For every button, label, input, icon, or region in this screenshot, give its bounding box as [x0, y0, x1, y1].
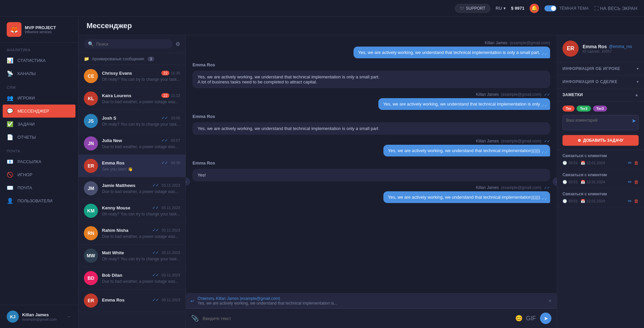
task-time: 🕐 03:51 [562, 161, 578, 165]
chat-time: 11:35 [171, 71, 180, 75]
tag-ter2[interactable]: Ter2 [577, 106, 591, 112]
message-check-icon: ✓✓ [541, 52, 547, 56]
task-edit-button[interactable]: ✏ [628, 198, 632, 204]
sidebar-item-users[interactable]: 👤 ПОЛЬЗОВАТЕЛИ [0, 194, 78, 207]
chat-preview: Due to bad weather, a power outage was..… [102, 100, 180, 104]
chat-input-area: ↩ Ответить Killan James (example@gmail.c… [186, 293, 557, 328]
task-delete-button[interactable]: 🗑 [634, 160, 639, 166]
calendar-icon: 📅 [581, 180, 585, 184]
message-group: Killan James (example@gmail.com) ✓✓ Yes,… [193, 92, 550, 110]
chat-item-emma[interactable]: ER Emma Ros ✓✓ 09:36 See you later! 👋 [78, 155, 185, 177]
user-email: example@gmail.com [22, 317, 63, 321]
sidebar-item-stats[interactable]: 📊 СТАТИСТИКА [0, 54, 78, 67]
task-delete-button[interactable]: 🗑 [634, 198, 639, 204]
logout-button[interactable]: → [66, 314, 71, 320]
task-time-value: 03:51 [569, 180, 578, 184]
task-edit-button[interactable]: ✏ [628, 160, 632, 166]
main-layout: 🦊 MVP PROJECT Influence services Аналити… [0, 17, 644, 328]
notification-button[interactable]: 🔔 [530, 4, 539, 13]
profile-id-value: 10557 [601, 49, 612, 53]
task-date: 📅 12.01.2024 [581, 199, 605, 203]
chat-item-chrissy[interactable]: CE Chrissy Evans 22 11:35 Oh realy? You … [78, 65, 185, 87]
message-check-icon: ✓✓ [541, 104, 547, 108]
chat-item-josh[interactable]: JS Josh S ✓✓ 10:00 Oh realy? You can try… [78, 110, 185, 132]
crm-section-label: CRM [0, 80, 78, 91]
message-bubble: Yes! [193, 169, 550, 181]
profile-id-label: ID сделки: [583, 49, 600, 53]
chat-name: Emma Ros [102, 298, 124, 303]
sidebar-item-reports[interactable]: 📄 ОТЧЕТЫ [0, 131, 78, 144]
chat-item-jamie[interactable]: JM Jamie Matthews ✓✓ 03.11.2023 Due to b… [78, 177, 185, 200]
tag-ter3[interactable]: Ter3 [593, 106, 607, 112]
notes-tags: Ter Ter2 Ter3 [562, 106, 639, 112]
toggle-switch[interactable] [544, 5, 556, 11]
reply-bar: ↩ Ответить Killan James (example@gmail.c… [186, 293, 557, 309]
chat-preview: Due to bad weather, a power outage was..… [102, 279, 180, 284]
msg-sender: Emma Ros [193, 114, 550, 119]
chat-name: Jamie Matthews [102, 183, 136, 188]
search-input[interactable] [96, 42, 169, 47]
sidebar-item-players[interactable]: 👥 ИГРОКИ [0, 91, 78, 105]
right-panel: ER Emma Ros @emma_ros ID сделки: 10557 [557, 35, 644, 328]
chat-badge: 22 [161, 93, 169, 98]
chat-time: 09:57 [171, 138, 180, 142]
task-time: 🕐 03:51 [562, 180, 578, 184]
chat-item-emma2[interactable]: ER Emma Ros ✓✓ 03.11.2023 [78, 289, 185, 312]
chat-avatar: JM [84, 181, 98, 195]
gif-button[interactable]: GIF [526, 315, 536, 322]
chat-item-kaira[interactable]: KL Kaira Lourens 22 11:12 Due to bad wea… [78, 87, 185, 110]
archived-bar[interactable]: 📁 Архивированые сообщения: 3 [78, 53, 185, 65]
chat-item-rahim[interactable]: RN Rahim Nisha ✓✓ 03.11.2023 Due to bad … [78, 222, 185, 245]
attach-button[interactable]: 📎 [191, 315, 199, 322]
language-selector[interactable]: RU ▾ [496, 6, 506, 11]
sidebar-item-channels[interactable]: 📡 КАНАЛЫ [0, 67, 78, 80]
sidebar-item-tasks[interactable]: ✅ ЗАДАЧИ [0, 118, 78, 131]
chat-header-right: 22 11:12 [160, 93, 180, 98]
player-info-section[interactable]: ИНФОРМАЦИЯ ОБ ИГРОКЕ ▾ [557, 62, 644, 75]
sidebar-item-label: РАССЫЛКА [17, 159, 41, 164]
filter-button[interactable]: ⚙ [175, 41, 180, 47]
chat-info: Kaira Lourens 22 11:12 Due to bad weathe… [102, 93, 180, 104]
tag-ter[interactable]: Ter [562, 106, 575, 112]
task-item-2: Связаться с клиентом 🕐 03:51 📅 12.01.202… [557, 169, 644, 188]
chat-name: Julia New [102, 138, 122, 143]
chat-item-matt[interactable]: MW Matt White ✓✓ 03.11.2023 Oh realy? Yo… [78, 245, 185, 267]
chat-item-kenny[interactable]: KM Kenny Mouse ✓✓ 03.11.2023 Oh realy? Y… [78, 200, 185, 222]
mail-section-label: Почта [0, 144, 78, 155]
users-icon: 👤 [7, 198, 13, 204]
sidebar-item-messenger[interactable]: 💬 МЕССЕНДЖЕР [3, 105, 75, 118]
profile-avatar: ER [562, 41, 579, 57]
chat-time: 03.11.2023 [162, 273, 180, 277]
deal-info-label: ИНФОРМАЦИЯ О СДЕЛКЕ [562, 79, 618, 84]
messenger-dot [66, 110, 69, 113]
chat-info: Chrissy Evans 22 11:35 Oh realy? You can… [102, 71, 180, 82]
comment-input[interactable] [562, 115, 639, 130]
chat-time: 03.11.2023 [162, 298, 180, 302]
sidebar-item-mailing[interactable]: 📧 РАССЫЛКА [0, 155, 78, 168]
dark-theme-toggle[interactable]: ТЁМНАЯ ТЕМА [544, 5, 588, 11]
task-meta: 🕐 03:51 📅 12.01.2024 ✏ 🗑 [562, 179, 639, 185]
task-label: Связаться с клиентом [562, 153, 639, 158]
notes-section-header[interactable]: ЗАМЕТКИ ▲ [557, 88, 644, 102]
check-icon: ✓✓ [152, 205, 159, 210]
send-button[interactable]: ➤ [540, 313, 551, 324]
emoji-button[interactable]: 😊 [515, 315, 523, 322]
task-delete-button[interactable]: 🗑 [634, 179, 639, 185]
archived-label: Архивированые сообщения: [92, 57, 145, 61]
chat-item-bob[interactable]: BD Bob Dilan ✓✓ 03.11.2023 Due to bad we… [78, 267, 185, 289]
message-input[interactable] [203, 316, 511, 321]
sidebar-item-mail[interactable]: ✉️ ПОЧТА [0, 181, 78, 194]
chat-time: 03.11.2023 [162, 228, 180, 232]
chat-item-julia[interactable]: JN Julia New ✓✓ 09:57 Due to bad weather… [78, 132, 185, 155]
task-time-value: 03:51 [569, 199, 578, 203]
fullscreen-button[interactable]: ⛶ НА ВЕСЬ ЭКРАН [594, 6, 637, 11]
task-edit-button[interactable]: ✏ [628, 179, 632, 185]
reply-close-button[interactable]: ✕ [548, 298, 552, 304]
sidebar-item-ignore[interactable]: 🚫 ИГНОР [0, 168, 78, 181]
comment-send-button[interactable]: ➤ [632, 118, 636, 124]
add-task-button[interactable]: ⊕ ДОБАВИТЬ ЗАДАЧУ [562, 135, 639, 146]
deal-info-section[interactable]: ИНФОРМАЦИЯ О СДЕЛКЕ ▾ [557, 75, 644, 88]
check-icon: ✓✓ [152, 250, 159, 255]
search-icon: 🔍 [88, 41, 94, 47]
support-button[interactable]: 🛡 SUPPORT [455, 4, 490, 13]
